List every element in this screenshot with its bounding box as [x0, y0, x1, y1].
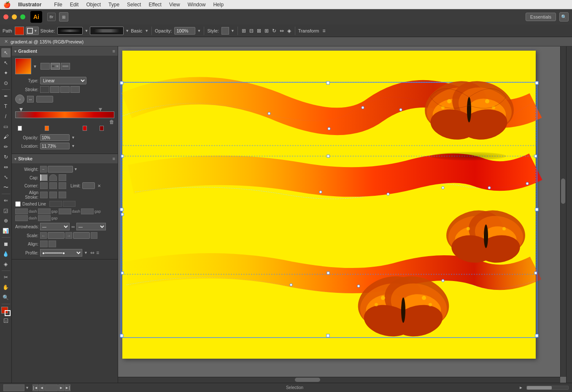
align-center-btn[interactable]	[40, 192, 48, 198]
vertical-scrollbar[interactable]	[560, 46, 566, 377]
align-icon[interactable]: ⊟	[248, 28, 254, 34]
cap-square-btn[interactable]	[59, 174, 66, 181]
dash1-input[interactable]	[15, 208, 28, 214]
shape-builder-tool[interactable]: ⊕	[1, 216, 11, 225]
right-collapse-panel[interactable]	[566, 46, 572, 383]
dash2-input[interactable]	[59, 208, 71, 214]
horizontal-scrollbar[interactable]	[118, 377, 560, 383]
menu-type[interactable]: Type	[105, 1, 123, 8]
weight-down-btn[interactable]: −	[40, 166, 47, 173]
horizontal-scroll-thumb[interactable]	[295, 378, 320, 382]
tab-close-button[interactable]: ✕	[4, 39, 8, 44]
bridge-button[interactable]: Br	[47, 13, 56, 21]
color-stop-darkred[interactable]	[100, 126, 104, 131]
style-swatch[interactable]	[221, 27, 229, 35]
angle-dial[interactable]: ○	[15, 95, 24, 104]
stroke-color-picker[interactable]: ▼	[26, 27, 39, 35]
hand-tool[interactable]: ✋	[1, 283, 11, 292]
angle-input[interactable]	[36, 96, 53, 103]
corner-bevel-btn[interactable]	[59, 182, 66, 189]
menu-file[interactable]: File	[51, 1, 65, 8]
brush-preview[interactable]	[90, 27, 124, 35]
gradient-panel-collapse-icon[interactable]: ▾	[14, 49, 16, 54]
gradient-tool[interactable]: ◼	[1, 239, 11, 249]
menu-illustrator[interactable]: Illustrator	[15, 1, 45, 8]
zoom-tool[interactable]: 🔍	[1, 293, 11, 302]
swap-arrowheads-btn[interactable]: ⇔	[71, 224, 75, 229]
extra-icon[interactable]: ≡	[322, 28, 326, 34]
fullscreen-window-button[interactable]	[20, 14, 25, 19]
magic-wand-tool[interactable]: ✦	[1, 68, 11, 78]
gradient-swatch-container[interactable]	[15, 58, 31, 74]
gap3-input[interactable]	[38, 215, 51, 221]
dash3-input[interactable]	[15, 215, 28, 221]
menu-view[interactable]: View	[166, 1, 183, 8]
pen-tool[interactable]: ✒	[1, 92, 11, 101]
location-dropdown-arrow[interactable]: ▼	[71, 144, 75, 148]
gradient-swatch-dropdown[interactable]: ▼	[33, 64, 37, 69]
align-sub-btn1[interactable]	[40, 241, 48, 247]
warp-tool[interactable]: 〜	[1, 183, 11, 192]
flip-profile-btn[interactable]: ⇔	[90, 250, 94, 256]
reverse-gradient-btn[interactable]: ↔	[27, 96, 34, 103]
basic-dropdown-arrow[interactable]: ▼	[145, 29, 148, 33]
rectangle-tool[interactable]: ▭	[1, 122, 11, 131]
scale-left-icon[interactable]: ←	[40, 232, 47, 239]
scissors-tool[interactable]: ✂	[1, 273, 11, 282]
next-page-btn[interactable]: ►	[58, 384, 64, 391]
selection-tool[interactable]: ↖	[1, 48, 11, 57]
align-sub-btn2[interactable]	[49, 241, 56, 247]
canvas-area[interactable]	[118, 46, 566, 383]
dashed-line-checkbox[interactable]	[15, 201, 21, 207]
opacity-input[interactable]	[174, 27, 195, 35]
fill-color-swatch[interactable]	[15, 27, 24, 35]
more-icon[interactable]: ◈	[286, 28, 292, 34]
delete-stop-btn[interactable]: 🗑	[15, 119, 114, 125]
scale-tool[interactable]: ⤡	[1, 173, 11, 182]
rotate-icon[interactable]: ↻	[271, 28, 277, 34]
align-inside-btn[interactable]	[49, 192, 57, 198]
cap-round-btn[interactable]	[49, 174, 57, 181]
distribute-icon[interactable]: ⊠	[256, 28, 262, 34]
stroke-icon4[interactable]	[70, 86, 80, 93]
status-arrow[interactable]: ►	[519, 385, 523, 390]
opacity-dropdown-arrow[interactable]: ▼	[71, 135, 75, 140]
type-tool[interactable]: T	[1, 102, 11, 111]
essentials-button[interactable]: Essentials	[526, 13, 556, 21]
arrowhead-end-select[interactable]: —	[76, 223, 106, 230]
gradient-panel-header[interactable]: ▾ Gradient ≡	[12, 46, 118, 56]
last-page-btn[interactable]: ►|	[65, 384, 70, 391]
menu-edit[interactable]: Edit	[67, 1, 82, 8]
close-window-button[interactable]	[3, 14, 8, 19]
menu-object[interactable]: Object	[83, 1, 104, 8]
corner-miter-btn[interactable]	[40, 182, 48, 189]
minimize-window-button[interactable]	[12, 14, 17, 19]
zoom-input[interactable]: 135%	[3, 384, 24, 391]
stroke-icon3[interactable]	[60, 86, 70, 93]
opacity-stop-right[interactable]	[99, 108, 102, 111]
gap2-input[interactable]	[81, 208, 94, 214]
reflect-tool[interactable]: ⇔	[1, 162, 11, 172]
limit-input[interactable]: 10	[82, 182, 95, 189]
weight-dropdown[interactable]: ▼	[74, 167, 78, 171]
weight-input[interactable]	[48, 166, 73, 173]
page-input[interactable]: 1	[45, 384, 58, 391]
swap-colors[interactable]: ⇔	[4, 319, 8, 323]
paintbrush-tool[interactable]: 🖌	[1, 132, 11, 141]
profile-select[interactable]: ●━━━━━━━●	[40, 249, 82, 257]
pencil-tool[interactable]: ✏	[1, 142, 11, 151]
document-tab[interactable]: ✕ gradient.ai @ 135% (RGB/Preview)	[0, 37, 572, 46]
lasso-tool[interactable]: ⊙	[1, 78, 11, 88]
perspective-icon[interactable]: ⊞	[241, 28, 247, 34]
location-value-field[interactable]: 11.73%	[40, 143, 70, 149]
free-transform-tool[interactable]: ◲	[1, 206, 11, 215]
zoom-dropdown[interactable]: ▼	[25, 386, 29, 390]
direct-selection-tool[interactable]: ↖	[1, 58, 11, 68]
scale-link-btn[interactable]	[91, 232, 97, 239]
width-tool[interactable]: ⇐	[1, 196, 11, 205]
prev-page-btn[interactable]: ◄	[39, 384, 45, 391]
stroke-preview[interactable]	[57, 27, 83, 35]
scale2-input[interactable]: 100%	[73, 232, 90, 239]
gradient-type-select[interactable]: Linear Radial	[40, 77, 86, 84]
menu-effect[interactable]: Effect	[145, 1, 165, 8]
